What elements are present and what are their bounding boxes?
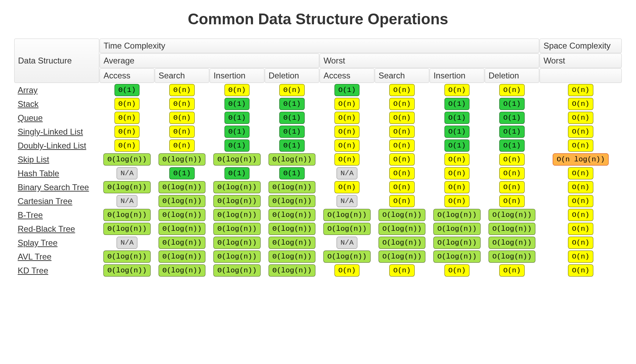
space-cell: O(n) — [540, 111, 622, 125]
avg-cell: Θ(1) — [210, 97, 264, 111]
complexity-chip: Θ(log(n)) — [159, 251, 205, 263]
complexity-chip: Θ(log(n)) — [213, 195, 260, 207]
worst-cell: O(1) — [485, 139, 540, 152]
avg-cell: Θ(log(n)) — [155, 250, 210, 263]
data-structure-link[interactable]: Red-Black Tree — [18, 224, 75, 234]
data-structure-link[interactable]: AVL Tree — [18, 252, 51, 261]
complexity-chip: Θ(log(n)) — [269, 153, 315, 166]
data-structure-link[interactable]: Stack — [18, 99, 39, 109]
data-structure-link[interactable]: Skip List — [18, 155, 49, 164]
avg-cell: N/A — [100, 194, 154, 208]
worst-cell: O(n) — [430, 264, 484, 277]
space-cell: O(n log(n)) — [540, 153, 622, 166]
worst-cell: O(n) — [485, 167, 540, 180]
avg-cell: N/A — [100, 167, 154, 180]
worst-cell: O(log(n)) — [430, 222, 484, 236]
complexity-chip: Θ(log(n)) — [103, 181, 150, 193]
worst-cell: O(log(n)) — [320, 250, 374, 263]
data-structure-link[interactable]: Singly-Linked List — [18, 127, 83, 136]
complexity-chip: O(n) — [568, 84, 593, 96]
complexity-chip: O(n) — [389, 181, 414, 193]
complexity-chip: Θ(n) — [169, 84, 194, 96]
complexity-chip: O(1) — [444, 98, 469, 110]
worst-cell: O(log(n)) — [430, 236, 484, 249]
complexity-chip: O(log(n)) — [379, 223, 425, 235]
data-structure-link[interactable]: Queue — [18, 113, 43, 122]
worst-cell: O(1) — [320, 83, 374, 97]
data-structure-link[interactable]: Binary Search Tree — [18, 183, 89, 192]
data-structure-cell: Doubly-Linked List — [14, 139, 99, 152]
worst-cell: O(n) — [320, 97, 374, 111]
worst-cell: O(n) — [485, 180, 540, 194]
worst-cell: O(1) — [485, 97, 540, 111]
complexity-chip: O(log(n)) — [433, 223, 480, 235]
complexity-chip: O(n) — [568, 167, 593, 179]
complexity-chip: O(n) — [334, 126, 359, 138]
data-structure-link[interactable]: Hash Table — [18, 169, 59, 178]
worst-cell: O(n) — [375, 111, 430, 125]
complexity-chip: Θ(log(n)) — [269, 237, 315, 249]
complexity-chip: Θ(log(n)) — [269, 181, 315, 193]
complexity-chip: O(1) — [499, 112, 524, 124]
avg-cell: Θ(log(n)) — [210, 222, 264, 236]
data-structure-link[interactable]: Array — [18, 85, 37, 95]
table-row: KD TreeΘ(log(n))Θ(log(n))Θ(log(n))Θ(log(… — [14, 264, 622, 277]
complexity-chip: O(n) — [389, 167, 414, 179]
avg-cell: Θ(log(n)) — [210, 153, 264, 166]
complexity-chip: N/A — [337, 195, 357, 207]
data-structure-cell: B-Tree — [14, 208, 99, 222]
header-space-complexity: Space Complexity — [540, 39, 622, 53]
complexity-chip: O(log(n)) — [433, 237, 480, 249]
worst-cell: O(n) — [375, 97, 430, 111]
avg-cell: Θ(log(n)) — [155, 222, 210, 236]
avg-cell: Θ(log(n)) — [265, 236, 320, 249]
data-structure-link[interactable]: Doubly-Linked List — [18, 141, 86, 150]
complexity-chip: N/A — [117, 167, 137, 179]
space-cell: O(n) — [540, 194, 622, 208]
header-op-worst-search: Search — [375, 68, 430, 83]
avg-cell: Θ(n) — [155, 83, 210, 97]
worst-cell: O(log(n)) — [485, 208, 540, 222]
data-structure-link[interactable]: Splay Tree — [18, 238, 58, 247]
space-cell: O(n) — [540, 222, 622, 236]
table-row: Singly-Linked ListΘ(n)Θ(n)Θ(1)Θ(1)O(n)O(… — [14, 125, 622, 138]
complexity-chip: Θ(1) — [169, 167, 194, 179]
complexity-chip: Θ(log(n)) — [159, 195, 205, 207]
complexity-chip: Θ(n) — [115, 98, 139, 110]
data-structure-link[interactable]: KD Tree — [18, 266, 48, 275]
data-structure-link[interactable]: Cartesian Tree — [18, 196, 72, 206]
complexity-chip: Θ(log(n)) — [269, 264, 315, 277]
data-structure-link[interactable]: B-Tree — [18, 210, 43, 220]
complexity-chip: Θ(n) — [169, 98, 194, 110]
worst-cell: O(n) — [375, 153, 430, 166]
complexity-chip: Θ(log(n)) — [213, 209, 260, 221]
table-row: Splay TreeN/AΘ(log(n))Θ(log(n))Θ(log(n))… — [14, 236, 622, 249]
worst-cell: O(1) — [485, 125, 540, 138]
complexity-chip: O(n) — [389, 153, 414, 166]
worst-cell: O(n) — [430, 194, 484, 208]
complexity-chip: O(log(n)) — [433, 251, 480, 263]
complexity-chip: Θ(log(n)) — [213, 223, 260, 235]
worst-cell: O(log(n)) — [320, 208, 374, 222]
avg-cell: Θ(log(n)) — [210, 250, 264, 263]
data-structure-cell: Binary Search Tree — [14, 180, 99, 194]
complexity-chip: O(n) — [334, 112, 359, 124]
header-average: Average — [100, 53, 319, 68]
complexity-chip: Θ(log(n)) — [103, 223, 150, 235]
complexity-chip: O(log(n)) — [489, 237, 535, 249]
complexity-chip: Θ(n) — [169, 139, 194, 152]
avg-cell: Θ(1) — [265, 97, 320, 111]
worst-cell: O(1) — [430, 125, 484, 138]
table-row: QueueΘ(n)Θ(n)Θ(1)Θ(1)O(n)O(n)O(1)O(1)O(n… — [14, 111, 622, 125]
table-row: Cartesian TreeN/AΘ(log(n))Θ(log(n))Θ(log… — [14, 194, 622, 208]
complexity-chip: O(log(n)) — [489, 223, 535, 235]
avg-cell: Θ(1) — [210, 125, 264, 138]
complexity-chip: Θ(log(n)) — [269, 209, 315, 221]
complexity-chip: N/A — [337, 167, 357, 179]
space-cell: O(n) — [540, 250, 622, 263]
complexity-chip: O(n) — [499, 84, 524, 96]
avg-cell: Θ(n) — [100, 111, 154, 125]
complexity-chip: O(1) — [444, 126, 469, 138]
complexity-chip: O(log(n)) — [323, 251, 370, 263]
complexity-chip: Θ(log(n)) — [103, 264, 150, 277]
